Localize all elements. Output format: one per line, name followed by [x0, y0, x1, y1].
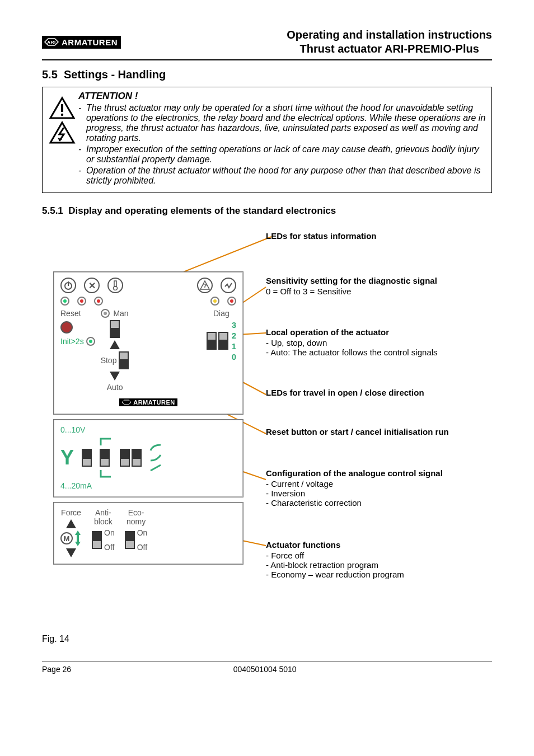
header-line1: Operating and installation instructions	[287, 28, 492, 42]
list-item: - Anti-block retraction program	[266, 560, 507, 570]
panel-force-label: Force	[61, 508, 81, 517]
triangle-down-icon	[66, 548, 76, 557]
diag-icon	[221, 278, 236, 293]
panel-on-label: On	[104, 528, 115, 537]
panel-010v-label: 0...10V	[60, 425, 236, 434]
dip-switch-icon	[119, 351, 129, 369]
dip-switch-icon	[110, 320, 120, 338]
callout-local-operation: Local operation of the actuator - Up, st…	[266, 327, 507, 357]
curve-icon	[149, 444, 162, 452]
subhead-number: 5.5.1	[42, 205, 63, 216]
attention-item: -Improper execution of the setting opera…	[78, 144, 486, 165]
led-icon	[77, 297, 86, 306]
panel-man-label: Man	[113, 309, 128, 318]
dip-switch-icon	[92, 531, 102, 549]
diagram-area: ✕ ? Reset	[42, 227, 492, 630]
svg-point-4	[61, 114, 63, 116]
led-icon	[101, 309, 110, 318]
temperature-icon	[107, 278, 123, 293]
section-number: 5.5	[42, 68, 58, 81]
brand-logo: ARI ARMATUREN	[42, 36, 121, 49]
page-header: ARI ARMATUREN Operating and installation…	[42, 28, 492, 56]
electric-hazard-icon	[49, 121, 76, 144]
callout-leds-status: LEDs for status information	[266, 231, 507, 241]
panel-economy-label: Eco- nomy	[127, 508, 146, 526]
section-heading: 5.5 Settings - Handling	[42, 68, 492, 81]
panel-y-label: Y	[60, 446, 74, 469]
curve-icon	[149, 454, 162, 462]
triangle-up-icon	[110, 340, 120, 349]
dip-switch-icon	[120, 449, 142, 467]
header-titles: Operating and installation instructions …	[287, 28, 492, 56]
attention-item: -The thrust actuator may only be operate…	[78, 103, 486, 143]
panel-diag-label: Diag	[213, 309, 229, 318]
question-icon: ?	[197, 278, 213, 293]
panel-init-label: Init>2s	[60, 337, 84, 346]
svg-rect-17	[114, 281, 116, 287]
warning-icon	[49, 96, 76, 120]
panel-signal-section: 0...10V Y	[53, 419, 243, 497]
list-item: - Up, stop, down	[266, 338, 507, 348]
linear-icon	[149, 464, 162, 472]
triangle-down-icon	[110, 372, 120, 381]
page-footer: Page 26 0040501004 5010	[42, 661, 492, 674]
attention-icons	[46, 91, 78, 187]
led-icon	[60, 297, 69, 306]
callout-reset-button: Reset button or start / cancel initialis…	[266, 427, 507, 436]
panel-brand-strip: ARMATUREN	[119, 398, 177, 406]
list-item: - Economy – wear reduction program	[266, 570, 507, 579]
figure-label: Fig. 14	[42, 634, 492, 644]
dip-switch-icon	[125, 531, 135, 549]
footer-page: Page 26	[42, 665, 71, 674]
error-icon: ✕	[84, 278, 100, 293]
dip-switch-icon	[100, 449, 112, 467]
list-item: - Current / voltage	[266, 479, 507, 489]
panel-off-label: Off	[137, 543, 148, 552]
panel-antiblock-label: Anti- block	[94, 508, 113, 526]
dip-switch-icon	[207, 332, 228, 350]
panel-top-section: ✕ ? Reset	[53, 271, 243, 415]
rising-icon	[100, 438, 112, 447]
section-title: Settings - Handling	[64, 68, 166, 81]
subhead-title: Display and operating elements of the st…	[68, 205, 336, 216]
led-icon	[94, 297, 103, 306]
header-rule	[42, 59, 492, 60]
updown-arrow-icon	[74, 530, 82, 546]
power-icon	[60, 278, 76, 293]
list-item: - Characteristic correction	[266, 498, 507, 508]
svg-marker-5	[50, 123, 74, 143]
triangle-up-icon	[66, 519, 76, 528]
m-icon: M	[60, 532, 73, 544]
panel-on-label: On	[137, 528, 148, 537]
list-item: - Inversion	[266, 489, 507, 498]
callout-actuator-functions: Actuator functions - Force off - Anti-bl…	[266, 540, 507, 579]
falling-icon	[100, 469, 112, 478]
svg-marker-21	[122, 400, 131, 405]
diag-level-numbers: 3 2 1 0	[232, 320, 236, 361]
led-icon	[227, 297, 236, 306]
sub-heading: 5.5.1 Display and operating elements of …	[42, 205, 492, 217]
led-icon	[86, 337, 95, 346]
list-item: - Auto: The actuator follows the control…	[266, 348, 507, 357]
brand-diamond-icon: ARI	[44, 38, 59, 46]
callout-analogue-config: Configuration of the analogue control si…	[266, 468, 507, 508]
header-line2: Thrust actuator ARI-PREMIO-Plus	[287, 42, 492, 56]
footer-doc: 0040501004 5010	[233, 665, 297, 674]
list-item: - Force off	[266, 551, 507, 560]
attention-title: ATTENTION !	[78, 91, 486, 102]
panel-reset-label: Reset	[60, 309, 95, 318]
svg-line-22	[151, 465, 161, 471]
brand-text: ARMATUREN	[62, 37, 118, 47]
svg-marker-23	[75, 530, 81, 546]
callout-leds-travel: LEDs for travel in open / close directio…	[266, 388, 507, 397]
panel-off-label: Off	[104, 543, 115, 552]
control-panel-graphic: ✕ ? Reset	[53, 271, 243, 569]
panel-functions-section: Force M Anti- block On	[53, 502, 243, 565]
attention-body: ATTENTION ! -The thrust actuator may onl…	[78, 91, 486, 187]
panel-420ma-label: 4...20mA	[60, 481, 236, 490]
callout-sensitivity: Sensitivity setting for the diagnostic s…	[266, 276, 507, 296]
panel-auto-label: Auto	[107, 383, 123, 392]
reset-button-icon	[60, 321, 73, 334]
svg-text:ARI: ARI	[47, 40, 55, 45]
led-icon	[210, 297, 219, 306]
